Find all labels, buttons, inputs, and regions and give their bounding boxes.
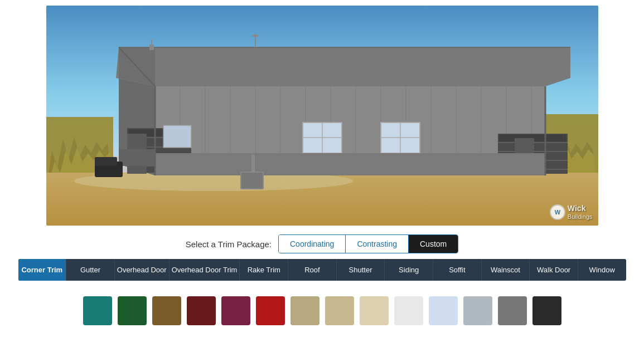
color-swatch-dark-green[interactable] — [118, 296, 147, 325]
tab-corner-trim[interactable]: Corner Trim — [18, 259, 67, 281]
svg-rect-59 — [149, 45, 154, 50]
color-swatch-burgundy[interactable] — [221, 296, 250, 325]
color-swatch-white[interactable] — [394, 296, 423, 325]
svg-rect-52 — [241, 173, 263, 188]
color-swatch-dark-red[interactable] — [187, 296, 216, 325]
svg-rect-50 — [119, 149, 155, 166]
color-swatches-container — [83, 296, 561, 325]
svg-rect-58 — [253, 35, 258, 37]
color-swatch-teal[interactable] — [83, 296, 112, 325]
svg-rect-49 — [155, 153, 545, 175]
trim-package-buttons: Coordinating Contrasting Custom — [278, 234, 458, 253]
tab-shutter[interactable]: Shutter — [337, 259, 385, 281]
wick-logo: W — [550, 204, 565, 220]
trim-package-row: Select a Trim Package: Coordinating Cont… — [186, 234, 458, 253]
svg-rect-53 — [251, 155, 255, 173]
color-swatch-light-gray[interactable] — [463, 296, 492, 325]
tab-siding[interactable]: Siding — [385, 259, 433, 281]
color-swatch-red[interactable] — [256, 296, 285, 325]
tab-walk-door[interactable]: Walk Door — [530, 259, 578, 281]
tab-window[interactable]: Window — [578, 259, 626, 281]
color-swatch-tan[interactable] — [290, 296, 319, 325]
color-swatch-cream[interactable] — [360, 296, 389, 325]
wick-line1: Wick — [568, 204, 593, 213]
svg-marker-7 — [116, 47, 570, 86]
tab-overhead-door-trim[interactable]: Overhead Door Trim — [170, 259, 240, 281]
color-swatch-light-blue[interactable] — [429, 296, 458, 325]
svg-rect-62 — [95, 157, 117, 166]
wick-watermark: W Wick Buildings — [550, 204, 593, 220]
svg-rect-47 — [163, 125, 191, 148]
color-swatch-charcoal[interactable] — [532, 296, 561, 325]
tab-gutter[interactable]: Gutter — [66, 259, 115, 281]
wick-brand-text: Wick Buildings — [568, 204, 593, 219]
color-swatch-brown[interactable] — [152, 296, 181, 325]
nav-tabs: Corner Trim Gutter Overhead Door Overhea… — [18, 259, 626, 281]
tab-roof[interactable]: Roof — [288, 259, 337, 281]
trim-btn-contrasting[interactable]: Contrasting — [346, 235, 409, 253]
tab-soffit[interactable]: Soffit — [433, 259, 482, 281]
building-image: W Wick Buildings — [46, 6, 598, 226]
trim-btn-custom[interactable]: Custom — [409, 235, 458, 253]
trim-package-label: Select a Trim Package: — [186, 239, 272, 249]
trim-btn-coordinating[interactable]: Coordinating — [279, 235, 346, 253]
wick-logo-text: W — [555, 209, 560, 216]
tab-rake-trim[interactable]: Rake Trim — [240, 259, 288, 281]
tab-overhead-door[interactable]: Overhead Door — [115, 259, 170, 281]
color-swatch-light-tan[interactable] — [325, 296, 354, 325]
color-swatch-medium-gray[interactable] — [498, 296, 527, 325]
main-container: W Wick Buildings Select a Trim Package: … — [0, 0, 644, 325]
tab-wainscot[interactable]: Wainscot — [482, 259, 530, 281]
wick-line2: Buildings — [568, 213, 593, 220]
